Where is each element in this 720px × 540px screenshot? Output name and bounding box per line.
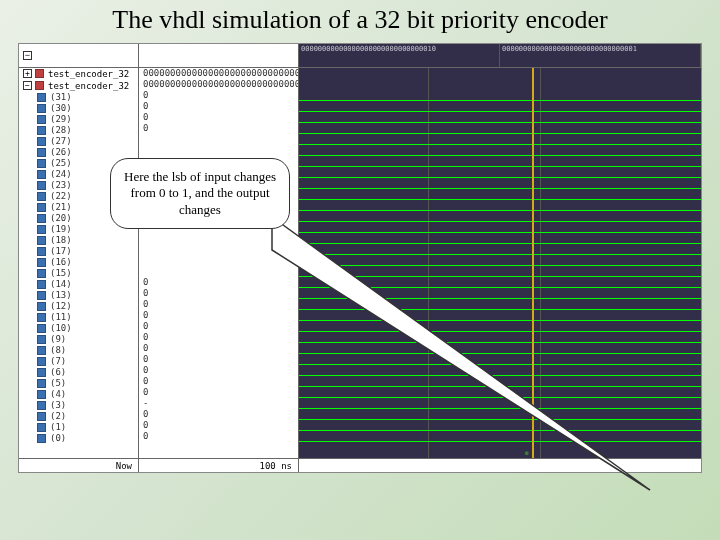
signal-row[interactable]: (5) <box>19 378 138 389</box>
signal-row[interactable]: (16) <box>19 257 138 268</box>
value-cell: 00000000000000000000000000000100 <box>139 68 298 79</box>
signal-name: (9) <box>50 334 66 344</box>
signal-icon <box>37 126 46 135</box>
signal-row[interactable]: (31) <box>19 92 138 103</box>
signal-row[interactable]: (2) <box>19 411 138 422</box>
signal-row[interactable]: (27) <box>19 136 138 147</box>
signal-icon <box>37 115 46 124</box>
signal-row[interactable]: (1) <box>19 422 138 433</box>
signal-name: (18) <box>50 235 72 245</box>
bus-icon <box>35 81 44 90</box>
signal-name: (16) <box>50 257 72 267</box>
signal-icon <box>37 335 46 344</box>
collapse-icon[interactable]: − <box>23 51 32 60</box>
signal-name: (31) <box>50 92 72 102</box>
value-cell: 0 <box>139 90 298 101</box>
signal-name: (10) <box>50 323 72 333</box>
signal-name: (27) <box>50 136 72 146</box>
waveform-trace <box>299 188 701 189</box>
signal-name: (20) <box>50 213 72 223</box>
signal-icon <box>37 313 46 322</box>
signal-row[interactable]: (17) <box>19 246 138 257</box>
signal-icon <box>37 93 46 102</box>
value-cell: 0 <box>139 101 298 112</box>
signal-icon <box>37 346 46 355</box>
value-cell: 0 <box>139 112 298 123</box>
signal-name: (22) <box>50 191 72 201</box>
signal-row[interactable]: (29) <box>19 114 138 125</box>
signal-row[interactable]: (14) <box>19 279 138 290</box>
header-row: − 00000000000000000000000000000010 00000… <box>19 44 701 68</box>
signal-name: (15) <box>50 268 72 278</box>
signal-name: (17) <box>50 246 72 256</box>
signal-row[interactable]: (28) <box>19 125 138 136</box>
signal-row[interactable]: (12) <box>19 301 138 312</box>
signal-name: (13) <box>50 290 72 300</box>
signal-name: (2) <box>50 411 66 421</box>
signal-name: (0) <box>50 433 66 443</box>
signal-icon <box>37 280 46 289</box>
signal-name: (8) <box>50 345 66 355</box>
signal-name: (6) <box>50 367 66 377</box>
waveform-header: 00000000000000000000000000000010 0000000… <box>299 44 701 67</box>
waveform-trace <box>299 133 701 134</box>
signal-row[interactable]: (8) <box>19 345 138 356</box>
signal-icon <box>37 269 46 278</box>
signal-icon <box>37 181 46 190</box>
signal-row[interactable]: (26) <box>19 147 138 158</box>
waveform-trace <box>299 177 701 178</box>
signal-icon <box>37 247 46 256</box>
value-header <box>139 44 299 67</box>
signal-icon <box>37 137 46 146</box>
signal-row[interactable]: (10) <box>19 323 138 334</box>
signal-name: (3) <box>50 400 66 410</box>
signal-icon <box>37 357 46 366</box>
value-cell <box>139 134 298 145</box>
signal-row[interactable]: (11) <box>19 312 138 323</box>
signal-icon <box>37 412 46 421</box>
signal-name: (14) <box>50 279 72 289</box>
bus-icon <box>35 69 44 78</box>
signal-name: (4) <box>50 389 66 399</box>
signal-icon <box>37 324 46 333</box>
signal-icon <box>37 225 46 234</box>
signal-row[interactable]: (30) <box>19 103 138 114</box>
signal-icon <box>37 170 46 179</box>
signal-name: (26) <box>50 147 72 157</box>
signal-tree[interactable]: +test_encoder_32 −test_encoder_32 (31)(3… <box>19 68 139 458</box>
signal-row[interactable]: (6) <box>19 367 138 378</box>
signal-name: (30) <box>50 103 72 113</box>
waveform-trace <box>299 122 701 123</box>
signal-icon <box>37 236 46 245</box>
signal-row[interactable]: (15) <box>19 268 138 279</box>
signal-group[interactable]: +test_encoder_32 <box>19 68 138 80</box>
signal-icon <box>37 159 46 168</box>
signal-name: (21) <box>50 202 72 212</box>
signal-name: (5) <box>50 378 66 388</box>
signal-icon <box>37 379 46 388</box>
expand-icon[interactable]: + <box>23 69 32 78</box>
signal-name: (12) <box>50 301 72 311</box>
waveform-trace <box>299 144 701 145</box>
value-cell: 00000000000000000000000000000100 <box>139 79 298 90</box>
signal-row[interactable]: (13) <box>19 290 138 301</box>
signal-group[interactable]: −test_encoder_32 <box>19 80 138 92</box>
expand-icon[interactable]: − <box>23 81 32 90</box>
signal-name: (11) <box>50 312 72 322</box>
signal-row[interactable]: (9) <box>19 334 138 345</box>
wave-header-cell: 00000000000000000000000000000010 <box>299 44 500 67</box>
ruler-label: Now <box>19 459 139 472</box>
signal-name: (23) <box>50 180 72 190</box>
signal-row[interactable]: (4) <box>19 389 138 400</box>
signal-icon <box>37 214 46 223</box>
svg-marker-0 <box>272 217 650 490</box>
signal-icon <box>37 302 46 311</box>
signal-row[interactable]: (3) <box>19 400 138 411</box>
signal-row[interactable]: (0) <box>19 433 138 444</box>
signal-row[interactable]: (18) <box>19 235 138 246</box>
signal-name: (25) <box>50 158 72 168</box>
signal-row[interactable]: (7) <box>19 356 138 367</box>
value-cell <box>139 145 298 156</box>
tree-header: − <box>19 44 139 67</box>
signal-icon <box>37 423 46 432</box>
